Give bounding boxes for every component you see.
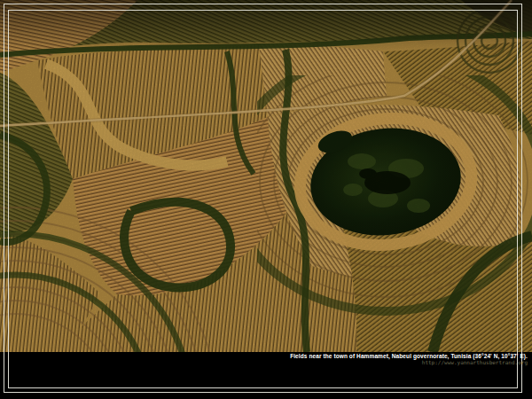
aerial-photo	[0, 0, 532, 352]
photo-caption: Fields near the town of Hammamet, Nabeul…	[290, 353, 528, 365]
credit-url: http://www.yannarthusbertrand.org	[290, 359, 528, 365]
photo-grain	[0, 0, 532, 352]
desktop-wallpaper: Fields near the town of Hammamet, Nabeul…	[0, 0, 532, 399]
caption-text: Fields near the town of Hammamet, Nabeul…	[290, 353, 528, 359]
